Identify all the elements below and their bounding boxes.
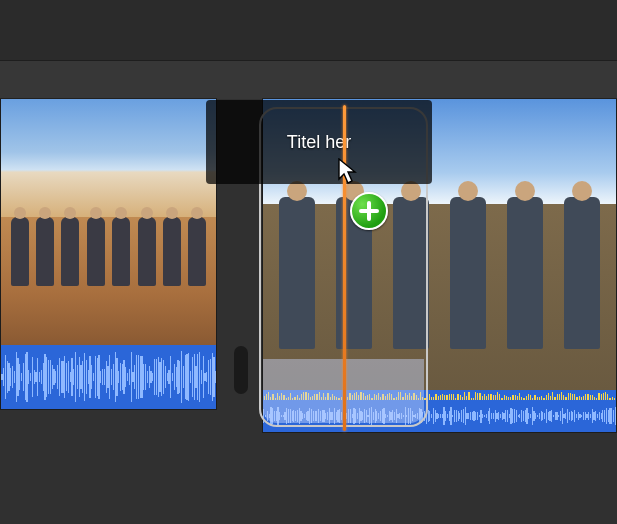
video-clip[interactable] bbox=[0, 98, 217, 410]
clip-thumbnail bbox=[1, 99, 216, 345]
title-overlay-chip[interactable]: Titel her bbox=[206, 100, 432, 184]
clip-audio-waveform bbox=[1, 345, 216, 409]
timeline-ruler bbox=[0, 61, 617, 99]
clip-audio-waveform bbox=[263, 390, 616, 432]
title-placeholder-text: Titel her bbox=[287, 132, 351, 153]
playhead[interactable] bbox=[343, 105, 346, 431]
add-icon bbox=[350, 192, 388, 230]
toolbar-area bbox=[0, 0, 617, 61]
transition-handle[interactable] bbox=[234, 346, 248, 394]
